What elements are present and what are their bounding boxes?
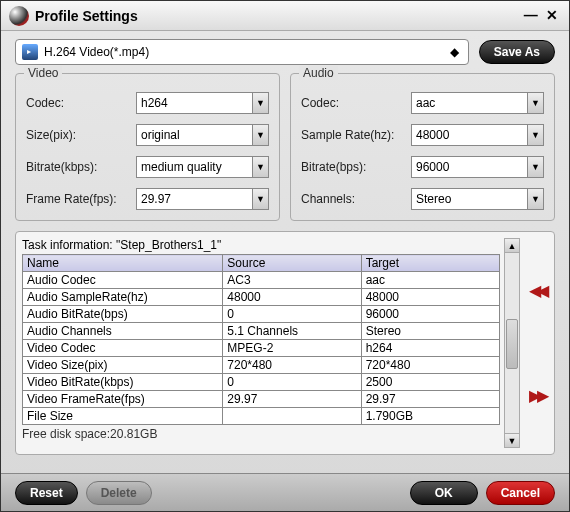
chevron-down-icon[interactable]: ▼ (527, 93, 543, 113)
col-source[interactable]: Source (223, 255, 361, 272)
task-info-label: Task information: "Step_Brothers1_1" (22, 238, 500, 252)
ok-button[interactable]: OK (410, 481, 478, 505)
audio-codec-select[interactable]: aac▼ (411, 92, 544, 114)
scroll-up-button[interactable]: ▲ (505, 239, 519, 253)
scroll-down-button[interactable]: ▼ (505, 433, 519, 447)
audio-legend: Audio (299, 66, 338, 80)
video-framerate-label: Frame Rate(fps): (26, 192, 136, 206)
mp4-icon (22, 44, 38, 60)
cell-source: 48000 (223, 289, 361, 306)
table-row[interactable]: Audio Channels5.1 ChannelsStereo (23, 323, 500, 340)
table-row[interactable]: Audio SampleRate(hz)4800048000 (23, 289, 500, 306)
audio-bitrate-select[interactable]: 96000▼ (411, 156, 544, 178)
video-codec-select[interactable]: h264▼ (136, 92, 269, 114)
cell-name: File Size (23, 408, 223, 425)
dropdown-icon[interactable]: ◆ (446, 45, 464, 59)
chevron-down-icon[interactable]: ▼ (252, 157, 268, 177)
cell-source: AC3 (223, 272, 361, 289)
app-icon (9, 6, 29, 26)
profile-select-label: H.264 Video(*.mp4) (44, 45, 446, 59)
cell-name: Video Codec (23, 340, 223, 357)
video-bitrate-select[interactable]: medium quality▼ (136, 156, 269, 178)
window-title: Profile Settings (35, 8, 522, 24)
cell-target: 96000 (361, 306, 499, 323)
col-target[interactable]: Target (361, 255, 499, 272)
video-size-select[interactable]: original▼ (136, 124, 269, 146)
cell-target: aac (361, 272, 499, 289)
cell-target: 29.97 (361, 391, 499, 408)
video-legend: Video (24, 66, 62, 80)
table-row[interactable]: Video FrameRate(fps)29.9729.97 (23, 391, 500, 408)
scroll-thumb[interactable] (506, 319, 518, 369)
cell-name: Audio Codec (23, 272, 223, 289)
chevron-down-icon[interactable]: ▼ (252, 189, 268, 209)
cell-source: 720*480 (223, 357, 361, 374)
chevron-down-icon[interactable]: ▼ (252, 125, 268, 145)
profile-select[interactable]: H.264 Video(*.mp4) ◆ (15, 39, 469, 65)
close-button[interactable]: ✕ (543, 7, 561, 25)
chevron-down-icon[interactable]: ▼ (527, 157, 543, 177)
cell-name: Audio BitRate(bps) (23, 306, 223, 323)
audio-samplerate-select[interactable]: 48000▼ (411, 124, 544, 146)
title-bar: Profile Settings — ✕ (1, 1, 569, 31)
table-row[interactable]: Audio CodecAC3aac (23, 272, 500, 289)
cell-name: Video Size(pix) (23, 357, 223, 374)
table-row[interactable]: Video CodecMPEG-2h264 (23, 340, 500, 357)
table-row[interactable]: Audio BitRate(bps)096000 (23, 306, 500, 323)
cell-target: Stereo (361, 323, 499, 340)
video-codec-label: Codec: (26, 96, 136, 110)
audio-panel: Audio Codec: aac▼ Sample Rate(hz): 48000… (290, 73, 555, 221)
cell-source (223, 408, 361, 425)
audio-codec-label: Codec: (301, 96, 411, 110)
task-info-table: Name Source Target Audio CodecAC3aacAudi… (22, 254, 500, 425)
next-task-button[interactable]: ▶▶ (529, 386, 545, 405)
cell-source: 0 (223, 306, 361, 323)
cell-name: Video BitRate(kbps) (23, 374, 223, 391)
table-row[interactable]: Video BitRate(kbps)02500 (23, 374, 500, 391)
save-as-button[interactable]: Save As (479, 40, 555, 64)
cell-source: 29.97 (223, 391, 361, 408)
table-row[interactable]: Video Size(pix)720*480720*480 (23, 357, 500, 374)
minimize-button[interactable]: — (522, 7, 540, 25)
scrollbar[interactable]: ▲ ▼ (504, 238, 520, 448)
video-bitrate-label: Bitrate(kbps): (26, 160, 136, 174)
audio-samplerate-label: Sample Rate(hz): (301, 128, 411, 142)
col-name[interactable]: Name (23, 255, 223, 272)
audio-bitrate-label: Bitrate(bps): (301, 160, 411, 174)
audio-channels-select[interactable]: Stereo▼ (411, 188, 544, 210)
cell-source: MPEG-2 (223, 340, 361, 357)
video-size-label: Size(pix): (26, 128, 136, 142)
profile-settings-window: Profile Settings — ✕ H.264 Video(*.mp4) … (0, 0, 570, 512)
cell-name: Audio SampleRate(hz) (23, 289, 223, 306)
cell-source: 0 (223, 374, 361, 391)
cell-name: Video FrameRate(fps) (23, 391, 223, 408)
video-panel: Video Codec: h264▼ Size(pix): original▼ … (15, 73, 280, 221)
cell-target: 720*480 (361, 357, 499, 374)
audio-channels-label: Channels: (301, 192, 411, 206)
cell-target: h264 (361, 340, 499, 357)
chevron-down-icon[interactable]: ▼ (527, 125, 543, 145)
cell-name: Audio Channels (23, 323, 223, 340)
video-framerate-select[interactable]: 29.97▼ (136, 188, 269, 210)
chevron-down-icon[interactable]: ▼ (527, 189, 543, 209)
table-row[interactable]: File Size1.790GB (23, 408, 500, 425)
task-info-panel: Task information: "Step_Brothers1_1" Nam… (15, 231, 555, 455)
bottom-bar: Reset Delete OK Cancel (1, 473, 569, 511)
cell-target: 2500 (361, 374, 499, 391)
reset-button[interactable]: Reset (15, 481, 78, 505)
cancel-button[interactable]: Cancel (486, 481, 555, 505)
free-disk-label: Free disk space:20.81GB (22, 427, 500, 441)
cell-target: 1.790GB (361, 408, 499, 425)
cell-source: 5.1 Channels (223, 323, 361, 340)
prev-task-button[interactable]: ◀◀ (529, 281, 545, 300)
cell-target: 48000 (361, 289, 499, 306)
chevron-down-icon[interactable]: ▼ (252, 93, 268, 113)
delete-button[interactable]: Delete (86, 481, 152, 505)
